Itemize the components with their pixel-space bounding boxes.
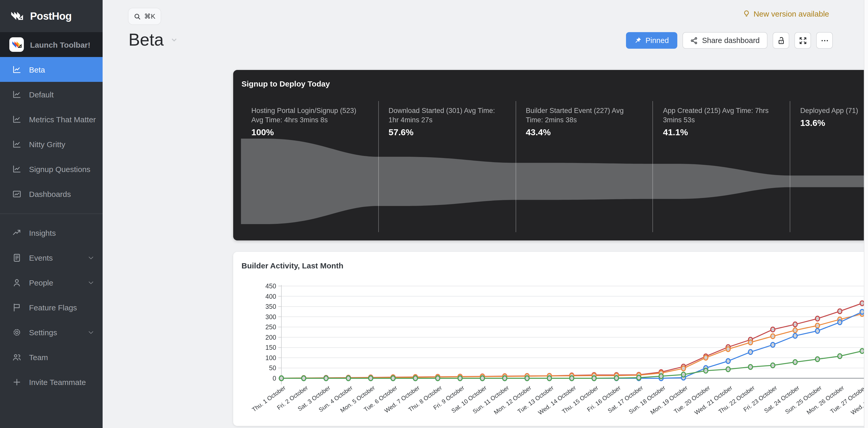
svg-text:Mon. 26 October: Mon. 26 October bbox=[805, 384, 845, 416]
svg-text:50: 50 bbox=[269, 364, 276, 371]
more-options-button[interactable] bbox=[816, 32, 833, 49]
funnel-step: App Created (215) Avg Time: 7hrs 3mins 5… bbox=[663, 106, 775, 137]
sidebar-item-label: Invite Teammate bbox=[29, 377, 86, 386]
sidebar-item-metrics-that-matter[interactable]: Metrics That Matter bbox=[0, 107, 103, 132]
sidebar-item-nitty-gritty[interactable]: Nitty Gritty bbox=[0, 132, 103, 156]
funnel-step: Hosting Portal Login/Signup (523) Avg Ti… bbox=[251, 106, 364, 137]
person-icon bbox=[11, 277, 22, 287]
title-chevron-down-icon[interactable] bbox=[170, 36, 178, 44]
sidebar-item-label: Team bbox=[29, 353, 48, 361]
posthog-logo-icon bbox=[10, 9, 24, 23]
svg-text:250: 250 bbox=[265, 323, 276, 331]
sidebar-item-team[interactable]: Team bbox=[0, 344, 103, 369]
sidebar-item-default[interactable]: Default bbox=[0, 82, 103, 107]
funnel-step-separator bbox=[653, 101, 653, 232]
header-actions: Pinned Share dashboard bbox=[626, 32, 833, 49]
boxed-chart-icon bbox=[11, 189, 22, 199]
sidebar-item-label: Beta bbox=[29, 65, 45, 74]
svg-text:300: 300 bbox=[265, 313, 276, 320]
funnel-visualization: Hosting Portal Login/Signup (523) Avg Ti… bbox=[233, 97, 868, 240]
unlock-button[interactable] bbox=[773, 32, 789, 49]
pinned-label: Pinned bbox=[645, 36, 669, 44]
svg-text:0: 0 bbox=[273, 375, 276, 382]
team-icon bbox=[11, 352, 22, 362]
pinned-button[interactable]: Pinned bbox=[626, 32, 677, 49]
funnel-step-percent: 43.4% bbox=[526, 127, 638, 137]
funnel-step-label: Download Started (301) Avg Time: 1hr 4mi… bbox=[389, 106, 501, 125]
sidebar-item-events[interactable]: Events bbox=[0, 245, 103, 270]
share-icon bbox=[690, 36, 698, 44]
chevron-down-icon[interactable] bbox=[88, 329, 94, 336]
funnel-step-percent: 100% bbox=[251, 127, 364, 137]
svg-text:Wed. 14 October: Wed. 14 October bbox=[537, 384, 577, 416]
search-shortcut: ⌘K bbox=[144, 12, 155, 20]
svg-text:Mon. 12 October: Mon. 12 October bbox=[493, 384, 532, 416]
sidebar-item-label: Settings bbox=[29, 328, 57, 337]
sidebar: PostHog Launch Toolbar! BetaDefaultMetri… bbox=[0, 0, 103, 428]
line-chart: 450400350300250200150100500Thu. 1 Octobe… bbox=[241, 280, 868, 423]
lightbulb-icon bbox=[743, 10, 750, 18]
page-scrollbar[interactable] bbox=[864, 0, 868, 428]
search-input[interactable]: ⌘K bbox=[128, 8, 161, 24]
launch-toolbar-label: Launch Toolbar! bbox=[30, 40, 90, 49]
unlock-icon bbox=[777, 36, 785, 45]
sidebar-item-label: Dashboards bbox=[29, 189, 71, 198]
svg-text:Wed. 21 October: Wed. 21 October bbox=[693, 384, 734, 416]
line-chart-icon bbox=[11, 139, 22, 149]
funnel-step-label: Deployed App (71) bbox=[800, 106, 868, 116]
svg-text:450: 450 bbox=[265, 282, 276, 289]
plus-icon bbox=[11, 377, 22, 387]
brand-name: PostHog bbox=[30, 10, 71, 22]
svg-text:Mon. 19 October: Mon. 19 October bbox=[649, 384, 689, 416]
sidebar-item-label: Nitty Gritty bbox=[29, 140, 65, 149]
share-label: Share dashboard bbox=[702, 36, 760, 44]
sidebar-item-signup-questions[interactable]: Signup Questions bbox=[0, 156, 103, 181]
funnel-card-header: Signup to Deploy Today bbox=[233, 70, 868, 97]
sidebar-item-insights[interactable]: Insights bbox=[0, 220, 103, 245]
funnel-step-separator bbox=[378, 101, 379, 232]
main-content: ⌘K New version available Beta bbox=[103, 0, 868, 428]
launch-toolbar-icon bbox=[9, 37, 24, 52]
app-window: PostHog Launch Toolbar! BetaDefaultMetri… bbox=[0, 0, 868, 428]
sidebar-item-label: Default bbox=[29, 90, 54, 99]
ellipsis-icon bbox=[820, 36, 829, 45]
sidebar-item-dashboards[interactable]: Dashboards bbox=[0, 181, 103, 206]
posthog-logo-row[interactable]: PostHog bbox=[0, 0, 103, 32]
svg-text:350: 350 bbox=[265, 303, 276, 310]
new-version-link[interactable]: New version available bbox=[743, 9, 829, 18]
launch-toolbar-button[interactable]: Launch Toolbar! bbox=[0, 32, 103, 57]
trending-up-icon bbox=[11, 227, 22, 238]
gear-icon bbox=[11, 327, 22, 337]
chevron-down-icon[interactable] bbox=[88, 279, 94, 286]
line-chart-icon bbox=[11, 64, 22, 74]
funnel-step-separator bbox=[790, 101, 790, 232]
funnel-step-percent: 41.1% bbox=[663, 127, 775, 137]
sidebar-item-feature-flags[interactable]: Feature Flags bbox=[0, 295, 103, 320]
funnel-step-percent: 13.6% bbox=[800, 118, 868, 128]
sidebar-item-settings[interactable]: Settings bbox=[0, 320, 103, 344]
sidebar-item-label: Insights bbox=[29, 228, 56, 237]
fullscreen-button[interactable] bbox=[795, 32, 811, 49]
funnel-step: Builder Started Event (227) Avg Time: 2m… bbox=[526, 106, 638, 137]
sidebar-divider bbox=[0, 213, 103, 214]
pin-icon bbox=[634, 37, 641, 44]
funnel-step-percent: 57.6% bbox=[389, 127, 501, 137]
funnel-step-label: Builder Started Event (227) Avg Time: 2m… bbox=[526, 106, 638, 125]
funnel-step: Deployed App (71)13.6% bbox=[800, 106, 868, 128]
line-chart-icon bbox=[11, 164, 22, 174]
funnel-step-label: Hosting Portal Login/Signup (523) Avg Ti… bbox=[251, 106, 364, 125]
funnel-card-title: Signup to Deploy Today bbox=[242, 79, 330, 88]
sidebar-item-people[interactable]: People bbox=[0, 270, 103, 295]
sidebar-item-label: Feature Flags bbox=[29, 303, 77, 312]
sidebar-item-label: Signup Questions bbox=[29, 164, 90, 173]
search-icon bbox=[134, 13, 141, 20]
sidebar-item-invite-teammate[interactable]: Invite Teammate bbox=[0, 369, 103, 394]
funnel-step: Download Started (301) Avg Time: 1hr 4mi… bbox=[389, 106, 501, 137]
svg-text:400: 400 bbox=[265, 293, 276, 300]
chevron-down-icon[interactable] bbox=[88, 254, 94, 261]
page-title: Beta bbox=[128, 30, 178, 50]
funnel-step-separator bbox=[515, 101, 516, 232]
funnel-card: Signup to Deploy Today Hosting Portal Lo… bbox=[233, 70, 868, 240]
sidebar-item-beta[interactable]: Beta bbox=[0, 57, 103, 82]
share-dashboard-button[interactable]: Share dashboard bbox=[682, 32, 768, 49]
